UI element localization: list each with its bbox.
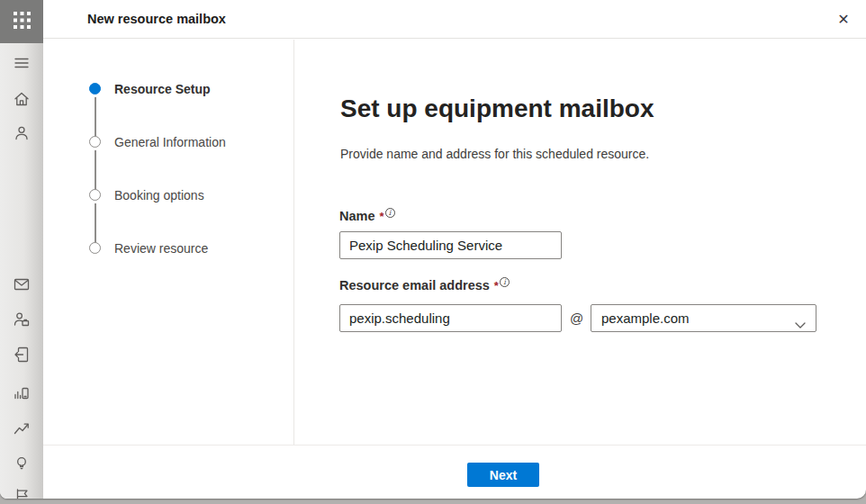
- step-indicator-review-resource: [89, 242, 101, 254]
- person-briefcase-icon: [13, 310, 31, 328]
- usage-button[interactable]: [13, 383, 31, 401]
- name-input[interactable]: [339, 231, 562, 259]
- info-icon[interactable]: i: [500, 277, 510, 287]
- wizard-step-general-information[interactable]: General Information: [114, 134, 226, 150]
- chart-device-icon: [13, 383, 31, 401]
- step-indicator-resource-setup: [89, 83, 101, 94]
- wizard-step-nav: Resource Setup General Information Booki…: [43, 40, 294, 445]
- person-icon: [13, 124, 31, 142]
- wizard-step-resource-setup[interactable]: Resource Setup: [114, 81, 211, 97]
- step-indicator-booking-options: [89, 189, 101, 201]
- name-label: Name*i: [339, 209, 395, 223]
- step-connector: [95, 97, 96, 137]
- page-title: Set up equipment mailbox: [340, 92, 654, 126]
- home-button[interactable]: [13, 90, 31, 108]
- mail-icon: [13, 275, 31, 293]
- domain-dropdown[interactable]: pexample.com: [591, 304, 816, 332]
- step-indicator-general-information: [89, 136, 101, 148]
- person-button[interactable]: [13, 124, 31, 142]
- mail-button[interactable]: [13, 275, 31, 293]
- domain-dropdown-value: pexample.com: [601, 305, 690, 331]
- required-asterisk: *: [380, 210, 384, 223]
- hamburger-icon: [13, 54, 31, 72]
- step-connector: [95, 150, 96, 190]
- info-icon[interactable]: i: [385, 208, 395, 218]
- footer-divider: [43, 445, 866, 446]
- wizard-step-review-resource[interactable]: Review resource: [114, 240, 208, 256]
- waffle-icon: [14, 18, 31, 32]
- dialog-title: New resource mailbox: [87, 0, 226, 39]
- next-button[interactable]: Next: [467, 463, 539, 487]
- app-nav-rail: [0, 0, 43, 499]
- close-button[interactable]: ✕: [834, 10, 853, 30]
- mail-flow-button[interactable]: [13, 346, 31, 364]
- lightbulb-icon: [13, 454, 31, 472]
- step-connector: [95, 203, 96, 243]
- document-arrow-icon: [13, 346, 31, 364]
- at-symbol: @: [563, 304, 591, 332]
- email-label: Resource email address*i: [339, 278, 510, 292]
- reports-button[interactable]: [13, 419, 31, 437]
- insights-button[interactable]: [13, 454, 31, 472]
- home-icon: [13, 90, 31, 108]
- required-asterisk: *: [494, 279, 499, 292]
- resources-button[interactable]: [13, 310, 31, 328]
- flag-icon: [13, 488, 31, 499]
- email-alias-input[interactable]: [339, 304, 562, 332]
- dialog-titlebar: New resource mailbox ✕: [43, 0, 866, 39]
- trend-chart-icon: [13, 419, 31, 437]
- app-launcher-button[interactable]: [0, 0, 43, 43]
- menu-button[interactable]: [13, 54, 31, 72]
- chevron-down-icon: [795, 316, 806, 332]
- close-icon: ✕: [837, 12, 849, 27]
- wizard-step-booking-options[interactable]: Booking options: [114, 187, 204, 203]
- page-subtitle: Provide name and address for this schedu…: [340, 147, 649, 161]
- flag-button[interactable]: [13, 488, 31, 499]
